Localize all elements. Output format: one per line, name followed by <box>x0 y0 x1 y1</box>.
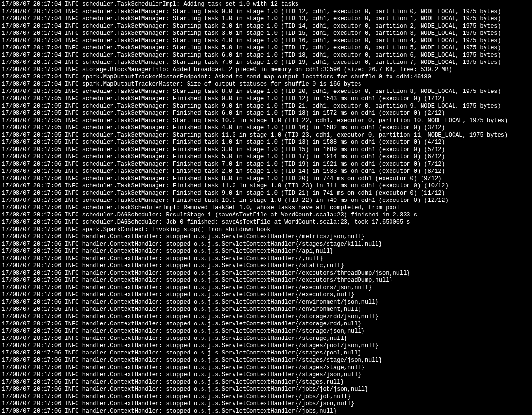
log-line: 17/08/07 20:17:06 INFO handler.ContextHa… <box>2 328 530 335</box>
log-line: 17/08/07 20:17:06 INFO handler.ContextHa… <box>2 255 530 262</box>
log-line: 17/08/07 20:17:05 INFO scheduler.TaskSet… <box>2 132 530 139</box>
log-line: 17/08/07 20:17:06 INFO handler.ContextHa… <box>2 233 530 241</box>
log-line: 17/08/07 20:17:06 INFO handler.ContextHa… <box>2 299 530 306</box>
log-line: 17/08/07 20:17:04 INFO scheduler.TaskSet… <box>2 30 530 37</box>
log-line: 17/08/07 20:17:06 INFO handler.ContextHa… <box>2 277 530 284</box>
log-line: 17/08/07 20:17:04 INFO scheduler.TaskSet… <box>2 15 530 23</box>
log-line: 17/08/07 20:17:05 INFO scheduler.TaskSet… <box>2 110 530 117</box>
log-line: 17/08/07 20:17:06 INFO handler.ContextHa… <box>2 248 530 255</box>
log-line: 17/08/07 20:17:06 INFO handler.ContextHa… <box>2 357 530 364</box>
log-line: 17/08/07 20:17:05 INFO scheduler.TaskSet… <box>2 95 530 103</box>
log-line: 17/08/07 20:17:05 INFO scheduler.TaskSet… <box>2 117 530 124</box>
log-line: 17/08/07 20:17:06 INFO scheduler.TaskSet… <box>2 154 530 161</box>
log-line: 17/08/07 20:17:06 INFO handler.ContextHa… <box>2 386 530 393</box>
log-line: 17/08/07 20:17:04 INFO scheduler.TaskSet… <box>2 45 530 52</box>
log-line: 17/08/07 20:17:05 INFO scheduler.TaskSet… <box>2 124 530 132</box>
log-line: 17/08/07 20:17:06 INFO handler.ContextHa… <box>2 262 530 270</box>
log-line: 17/08/07 20:17:04 INFO scheduler.TaskSet… <box>2 37 530 45</box>
log-line: 17/08/07 20:17:05 INFO scheduler.TaskSet… <box>2 139 530 146</box>
log-line: 17/08/07 20:17:06 INFO handler.ContextHa… <box>2 342 530 350</box>
log-line: 17/08/07 20:17:06 INFO scheduler.TaskSet… <box>2 161 530 168</box>
log-line: 17/08/07 20:17:06 INFO handler.ContextHa… <box>2 350 530 357</box>
log-line: 17/08/07 20:17:06 INFO scheduler.TaskSet… <box>2 183 530 190</box>
log-line: 17/08/07 20:17:06 INFO handler.ContextHa… <box>2 379 530 386</box>
log-line: 17/08/07 20:17:06 INFO handler.ContextHa… <box>2 321 530 328</box>
log-line: 17/08/07 20:17:06 INFO handler.ContextHa… <box>2 371 530 379</box>
log-line: 17/08/07 20:17:04 INFO spark.MapOutputTr… <box>2 74 530 81</box>
log-line: 17/08/07 20:17:06 INFO handler.ContextHa… <box>2 241 530 248</box>
log-line: 17/08/07 20:17:06 INFO scheduler.TaskSet… <box>2 197 530 204</box>
log-line: 17/08/07 20:17:06 INFO scheduler.DAGSche… <box>2 212 530 219</box>
log-line: 17/08/07 20:17:04 INFO storage.BlockMana… <box>2 66 530 74</box>
log-line: 17/08/07 20:17:06 INFO spark.SparkContex… <box>2 226 530 233</box>
log-line: 17/08/07 20:17:06 INFO handler.ContextHa… <box>2 292 530 299</box>
log-line: 17/08/07 20:17:04 INFO scheduler.TaskSet… <box>2 8 530 15</box>
log-line: 17/08/07 20:17:06 INFO scheduler.TaskSet… <box>2 175 530 183</box>
log-line: 17/08/07 20:17:06 INFO scheduler.TaskSet… <box>2 168 530 175</box>
log-line: 17/08/07 20:17:06 INFO handler.ContextHa… <box>2 364 530 371</box>
log-line: 17/08/07 20:17:06 INFO handler.ContextHa… <box>2 393 530 400</box>
log-line: 17/08/07 20:17:06 INFO handler.ContextHa… <box>2 284 530 292</box>
log-line: 17/08/07 20:17:04 INFO scheduler.TaskSet… <box>2 59 530 66</box>
log-line: 17/08/07 20:17:06 INFO handler.ContextHa… <box>2 313 530 321</box>
log-line: 17/08/07 20:17:05 INFO scheduler.TaskSet… <box>2 146 530 154</box>
log-line: 17/08/07 20:17:05 INFO scheduler.TaskSet… <box>2 88 530 95</box>
log-line: 17/08/07 20:17:06 INFO handler.ContextHa… <box>2 335 530 342</box>
log-line: 17/08/07 20:17:06 INFO scheduler.TaskSet… <box>2 190 530 197</box>
log-line: 17/08/07 20:17:04 INFO scheduler.TaskSet… <box>2 23 530 30</box>
terminal-output: 17/08/07 20:17:04 INFO scheduler.TaskSch… <box>0 0 532 415</box>
log-line: 17/08/07 20:17:06 INFO scheduler.TaskSch… <box>2 204 530 212</box>
log-line: 17/08/07 20:17:06 INFO handler.ContextHa… <box>2 400 530 408</box>
log-line: 17/08/07 20:17:06 INFO scheduler.DAGSche… <box>2 219 530 226</box>
log-line: 17/08/07 20:17:04 INFO spark.MapOutputTr… <box>2 81 530 88</box>
log-line: 17/08/07 20:17:04 INFO scheduler.TaskSet… <box>2 52 530 59</box>
log-line: 17/08/07 20:17:04 INFO scheduler.TaskSch… <box>2 1 530 8</box>
log-line: 17/08/07 20:17:06 INFO handler.ContextHa… <box>2 306 530 313</box>
log-line: 17/08/07 20:17:06 INFO handler.ContextHa… <box>2 408 530 415</box>
log-line: 17/08/07 20:17:05 INFO scheduler.TaskSet… <box>2 103 530 110</box>
log-line: 17/08/07 20:17:06 INFO handler.ContextHa… <box>2 270 530 277</box>
